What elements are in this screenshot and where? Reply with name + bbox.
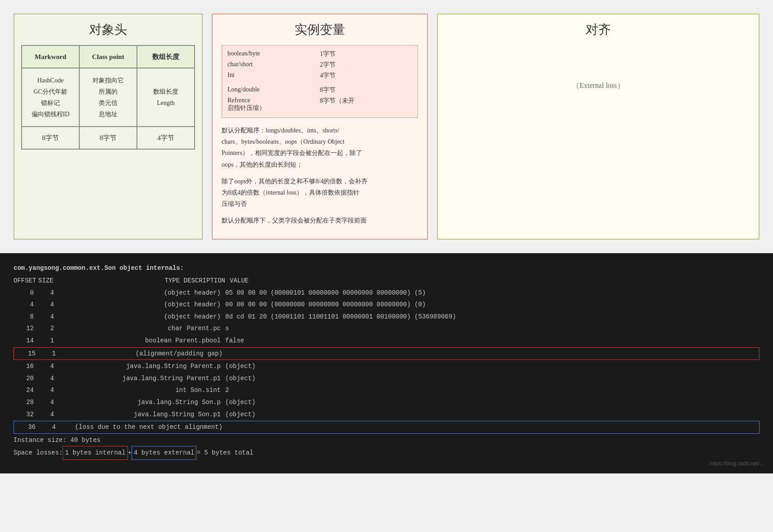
terminal-col-headers: OFFSET SIZE TYPE DESCRIPTION VALUE xyxy=(14,275,759,287)
object-header-grid: Markword Class point 数组长度 HashCodeGC分代年龄… xyxy=(21,45,195,150)
cell-size-11: 4 xyxy=(40,421,60,433)
cell-desc-4: boolean Parent.pbool xyxy=(59,335,225,347)
cell-desc-2: (object header) xyxy=(59,311,225,323)
cell-value-1: 00 00 00 00 (00000000 00000000 00000000 … xyxy=(225,299,426,311)
type-size-int: 4字节 xyxy=(320,71,412,81)
type-size-char: 2字节 xyxy=(320,60,412,70)
cell-offset-7: 20 xyxy=(14,373,38,385)
cell-size-3: 2 xyxy=(38,323,59,335)
space-losses-prefix: Space losses: xyxy=(14,447,63,459)
cell-size-9: 4 xyxy=(38,396,59,409)
col-header-size: SIZE xyxy=(38,275,59,287)
type-size-refrence: 8字节（未开 xyxy=(320,96,412,113)
cell-offset-10: 32 xyxy=(14,409,38,421)
cell-desc-3: char Parent.pc xyxy=(59,323,225,335)
cell-size-8: 4 xyxy=(38,384,59,396)
alignment-title: 对齐 xyxy=(586,21,611,38)
cell-value-3: s xyxy=(225,323,229,335)
cell-offset-1: 4 xyxy=(14,299,38,311)
cell-offset-3: 12 xyxy=(14,323,38,335)
cell-desc-9: java.lang.String Son.p xyxy=(59,396,225,409)
cell-value-2: 8d cd 01 20 (10001101 11001101 00000001 … xyxy=(225,311,456,323)
cell-size-7: 4 xyxy=(38,373,59,385)
instance-size-text: Instance size: 40 bytes xyxy=(14,437,100,444)
badge-external: 4 bytes external xyxy=(132,446,196,460)
cell-desc-10: java.lang.String Son.p1 xyxy=(59,409,225,421)
cell-desc-11: (loss due to the next object alignment) xyxy=(60,421,227,433)
oh-content-classpoint: 对象指向它所属的类元信息地址 xyxy=(79,68,137,127)
table-row-highlighted-blue: 36 4 (loss due to the next object alignm… xyxy=(14,421,759,434)
col-header-type-desc: TYPE DESCRIPTION xyxy=(59,275,230,287)
type-name-char: char/short xyxy=(227,60,320,70)
table-row: 12 2 char Parent.pc s xyxy=(14,323,759,335)
cell-size-4: 1 xyxy=(38,335,59,347)
cell-size-1: 4 xyxy=(38,299,59,311)
terminal-wrapper: com.yangsong.common.ext.Son object inter… xyxy=(0,253,773,474)
oh-content-markword: HashCodeGC分代年龄锁标记偏向锁线程ID xyxy=(22,68,79,127)
cell-desc-6: java.lang.String Parent.p xyxy=(59,360,225,373)
cell-offset-0: 0 xyxy=(14,287,38,299)
table-row: 32 4 java.lang.String Son.p1 (object) xyxy=(14,409,759,421)
oh-footer-arraylen: 4字节 xyxy=(137,127,195,149)
oh-col-arraylen: 数组长度 xyxy=(137,45,195,68)
oh-footer-markword: 8字节 xyxy=(22,127,79,149)
space-losses-plus: + xyxy=(128,447,132,459)
cell-value-7: (object) xyxy=(225,373,255,385)
type-name-boolean: boolean/byte xyxy=(227,49,320,59)
oh-content-arraylen: 数组长度Length xyxy=(137,68,195,127)
table-row: 16 4 java.lang.String Parent.p (object) xyxy=(14,360,759,373)
object-header-box: 对象头 Markword Class point 数组长度 HashCodeGC… xyxy=(14,14,203,240)
terminal-title: com.yangsong.common.ext.Son object inter… xyxy=(14,262,759,274)
cell-value-8: 2 xyxy=(225,384,229,396)
cell-offset-6: 16 xyxy=(14,360,38,373)
cell-size-6: 4 xyxy=(38,360,59,373)
cell-offset-5: 15 xyxy=(15,348,40,360)
table-row: 8 4 (object header) 8d cd 01 20 (1000110… xyxy=(14,311,759,323)
type-name-int: Int xyxy=(227,71,320,81)
type-name-long: Long/double xyxy=(227,85,320,95)
top-section: 对象头 Markword Class point 数组长度 HashCodeGC… xyxy=(0,0,773,249)
table-row: 24 4 int Son.sint 2 xyxy=(14,384,759,396)
type-row-long: Long/double 8字节 xyxy=(227,85,412,95)
cell-offset-8: 24 xyxy=(14,384,38,396)
type-name-refrence: Refrence启指针压缩） xyxy=(227,96,320,113)
cell-desc-0: (object header) xyxy=(59,287,225,299)
watermark: https://blog.csdn.net/... xyxy=(709,460,764,467)
instance-vars-title: 实例变量 xyxy=(222,21,418,38)
cell-value-4: false xyxy=(225,335,244,347)
external-loss-label: （External loss） xyxy=(572,82,624,89)
cell-size-5: 1 xyxy=(40,348,60,360)
type-row-int: Int 4字节 xyxy=(227,71,412,81)
col-header-offset: OFFSET xyxy=(14,275,38,287)
type-row-refrence: Refrence启指针压缩） 8字节（未开 xyxy=(227,96,412,113)
space-losses-suffix: = 5 bytes total xyxy=(196,447,253,459)
instance-vars-box: 实例变量 boolean/byte 1字节 char/short 2字节 Int… xyxy=(212,14,428,240)
alignment-content: （External loss） xyxy=(572,81,624,91)
table-row: 20 4 java.lang.String Parent.p1 (object) xyxy=(14,373,759,385)
table-row-highlighted-red: 15 1 (alignment/padding gap) xyxy=(14,347,759,360)
type-table-wrapper: boolean/byte 1字节 char/short 2字节 Int 4字节 … xyxy=(222,45,418,118)
type-row-char: char/short 2字节 xyxy=(227,60,412,70)
cell-desc-8: int Son.sint xyxy=(59,384,225,396)
oh-footer-classpoint: 8字节 xyxy=(79,127,137,149)
cell-offset-9: 28 xyxy=(14,396,38,409)
desc-parent-order: 默认分配顺序下，父类字段会被分配在子类字段前面 xyxy=(222,215,418,226)
instance-size-line: Instance size: 40 bytes xyxy=(14,434,759,446)
cell-offset-2: 8 xyxy=(14,311,38,323)
col-header-value: VALUE xyxy=(230,275,249,287)
cell-value-6: (object) xyxy=(225,360,255,373)
cell-size-10: 4 xyxy=(38,409,59,421)
table-row: 4 4 (object header) 00 00 00 00 (0000000… xyxy=(14,299,759,311)
space-losses-line: Space losses: 1 bytes internal + 4 bytes… xyxy=(14,446,759,460)
alignment-box: 对齐 （External loss） xyxy=(437,14,759,240)
cell-desc-7: java.lang.String Parent.p1 xyxy=(59,373,225,385)
table-row: 14 1 boolean Parent.pbool false xyxy=(14,335,759,347)
oh-col-classpoint: Class point xyxy=(79,45,137,68)
cell-value-10: (object) xyxy=(225,409,255,421)
table-row: 28 4 java.lang.String Son.p (object) xyxy=(14,396,759,409)
cell-size-0: 4 xyxy=(38,287,59,299)
desc-padding: 除了oops外，其他的长度之和不够8/4的倍数，会补齐 为8或4的倍数（inte… xyxy=(222,176,418,210)
cell-offset-4: 14 xyxy=(14,335,38,347)
cell-size-2: 4 xyxy=(38,311,59,323)
type-size-boolean: 1字节 xyxy=(320,49,412,59)
